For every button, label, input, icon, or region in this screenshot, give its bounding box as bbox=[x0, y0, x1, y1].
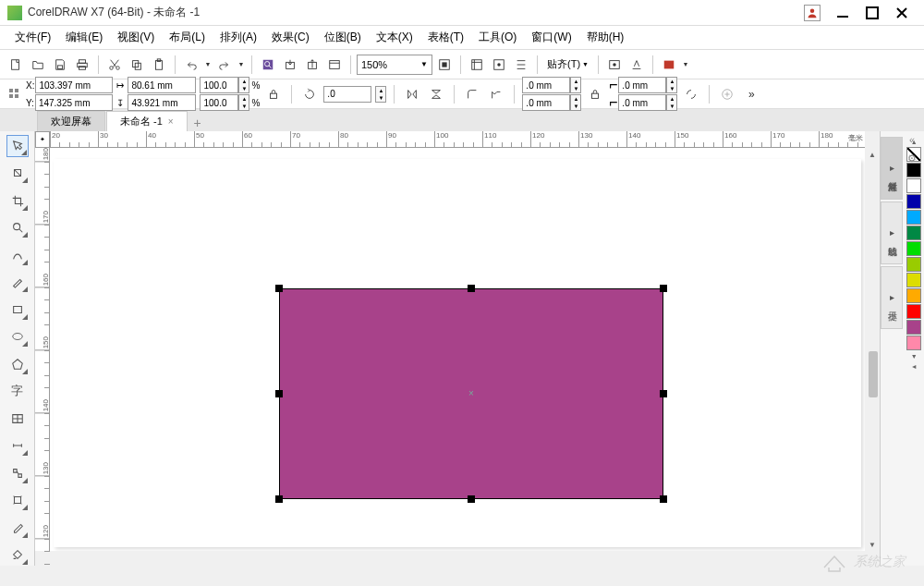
rectangle-tool[interactable] bbox=[6, 299, 29, 321]
corner-bl-input[interactable]: .0 mm bbox=[522, 94, 570, 111]
menu-O[interactable]: 工具(O) bbox=[471, 26, 524, 49]
canvas[interactable]: × bbox=[50, 148, 865, 551]
menu-W[interactable]: 窗口(W) bbox=[524, 26, 578, 49]
ellipse-tool[interactable] bbox=[6, 326, 29, 348]
show-guides-button[interactable] bbox=[511, 55, 531, 75]
color-swatch[interactable] bbox=[906, 288, 921, 303]
color-swatch[interactable] bbox=[906, 273, 921, 287]
menu-E[interactable]: 编辑(E) bbox=[58, 26, 110, 49]
user-icon[interactable] bbox=[804, 5, 821, 21]
palette-expand[interactable]: ◄ bbox=[906, 361, 921, 371]
color-swatch[interactable] bbox=[906, 257, 921, 272]
mirror-h-button[interactable] bbox=[402, 84, 422, 104]
corner-br-input[interactable]: .0 mm bbox=[618, 94, 666, 111]
panel-expand-button[interactable]: « bbox=[904, 131, 920, 148]
zoom-input[interactable]: 150%▼ bbox=[357, 55, 432, 75]
handle-bl[interactable] bbox=[275, 495, 283, 503]
import-button[interactable] bbox=[280, 55, 300, 75]
scale-y-spinner[interactable]: ▲▼ bbox=[238, 94, 249, 111]
new-button[interactable] bbox=[6, 55, 26, 75]
options-button[interactable] bbox=[604, 55, 625, 75]
color-swatch[interactable] bbox=[906, 226, 921, 240]
menu-F[interactable]: 文件(F) bbox=[7, 26, 58, 49]
handle-bm[interactable] bbox=[468, 495, 475, 503]
redo-dropdown[interactable]: ▼ bbox=[237, 55, 246, 75]
height-input[interactable]: 43.921 mm bbox=[128, 94, 196, 111]
add-tab-button[interactable]: + bbox=[188, 115, 207, 131]
vertical-ruler[interactable]: 180170160150140130120 bbox=[35, 148, 50, 551]
handle-tr[interactable] bbox=[660, 285, 667, 292]
print-button[interactable] bbox=[72, 55, 92, 75]
corner-br-spinner[interactable]: ▲▼ bbox=[666, 94, 677, 111]
app-launcher-dropdown[interactable]: ▼ bbox=[681, 55, 690, 75]
handle-ml[interactable] bbox=[275, 390, 283, 397]
shape-tool[interactable] bbox=[6, 163, 29, 185]
zoom-tool[interactable] bbox=[6, 217, 29, 239]
rotation-input[interactable]: .0 bbox=[323, 86, 371, 103]
fullscreen-button[interactable] bbox=[434, 55, 455, 75]
scale-x-spinner[interactable]: ▲▼ bbox=[238, 77, 249, 93]
palette-scroll-down[interactable]: ▼ bbox=[906, 351, 921, 360]
undo-button[interactable] bbox=[181, 55, 201, 75]
save-button[interactable] bbox=[50, 55, 70, 75]
polygon-tool[interactable] bbox=[6, 353, 29, 375]
handle-tl[interactable] bbox=[275, 285, 283, 292]
corner-round-button[interactable] bbox=[462, 84, 482, 104]
color-swatch[interactable] bbox=[906, 336, 921, 350]
relative-corner-button[interactable] bbox=[681, 84, 701, 104]
scale-x-input[interactable]: 100.0 bbox=[200, 77, 238, 93]
launch-button[interactable] bbox=[626, 55, 647, 75]
corner-bl-spinner[interactable]: ▲▼ bbox=[570, 94, 581, 111]
color-swatch[interactable] bbox=[906, 178, 921, 193]
close-tab-icon[interactable]: × bbox=[168, 116, 174, 127]
horizontal-ruler[interactable]: 毫米20304050607080901001101201301401501601… bbox=[50, 131, 865, 148]
corner-scallop-button[interactable] bbox=[486, 84, 506, 104]
color-swatch[interactable] bbox=[906, 304, 921, 319]
tab-document[interactable]: 未命名 -1× bbox=[106, 111, 188, 131]
y-position-input[interactable]: 147.325 mm bbox=[35, 94, 113, 111]
side-tab-0[interactable]: ▸对象属性 bbox=[881, 137, 903, 200]
color-swatch[interactable] bbox=[906, 320, 921, 335]
scroll-thumb[interactable] bbox=[869, 351, 878, 397]
color-swatch[interactable] bbox=[906, 241, 921, 256]
tab-welcome[interactable]: 欢迎屏幕 bbox=[37, 111, 105, 131]
cut-button[interactable] bbox=[104, 55, 125, 75]
minimize-button[interactable] bbox=[828, 0, 857, 26]
open-button[interactable] bbox=[28, 55, 48, 75]
rotation-spinner[interactable]: ▲▼ bbox=[375, 86, 386, 103]
corner-tl-input[interactable]: .0 mm bbox=[522, 77, 570, 93]
add-button[interactable] bbox=[717, 84, 737, 104]
text-tool[interactable]: 字 bbox=[6, 381, 29, 403]
width-input[interactable]: 80.61 mm bbox=[128, 77, 196, 93]
copy-button[interactable] bbox=[127, 55, 147, 75]
maximize-button[interactable] bbox=[857, 0, 887, 26]
corner-lock-button[interactable] bbox=[585, 84, 605, 104]
menu-B[interactable]: 位图(B) bbox=[317, 26, 369, 49]
x-position-input[interactable]: 103.397 mm bbox=[35, 77, 113, 93]
table-tool[interactable] bbox=[6, 408, 29, 430]
menu-A[interactable]: 排列(A) bbox=[213, 26, 264, 49]
more-button[interactable]: » bbox=[741, 84, 761, 104]
corner-tr-spinner[interactable]: ▲▼ bbox=[666, 77, 677, 93]
menu-L[interactable]: 布局(L) bbox=[162, 26, 213, 49]
app-launcher-button[interactable] bbox=[659, 55, 679, 75]
color-swatch[interactable] bbox=[906, 194, 921, 209]
side-tab-1[interactable]: ▸辅助线 bbox=[881, 201, 903, 264]
eyedropper-tool[interactable] bbox=[6, 517, 29, 539]
menu-T[interactable]: 表格(T) bbox=[420, 26, 471, 49]
paste-button[interactable] bbox=[149, 55, 169, 75]
publish-button[interactable] bbox=[324, 55, 345, 75]
color-swatch[interactable] bbox=[906, 210, 921, 225]
fill-tool[interactable] bbox=[6, 544, 29, 567]
effects-tool[interactable] bbox=[6, 490, 29, 512]
side-tab-2[interactable]: ▸提示 bbox=[881, 266, 903, 329]
connector-tool[interactable] bbox=[6, 462, 29, 484]
handle-br[interactable] bbox=[660, 495, 667, 503]
ruler-origin[interactable]: ✦ bbox=[35, 131, 50, 148]
lock-ratio-button[interactable] bbox=[263, 84, 284, 104]
export-button[interactable] bbox=[302, 55, 322, 75]
mirror-v-button[interactable] bbox=[426, 84, 446, 104]
corner-tr-input[interactable]: .0 mm bbox=[618, 77, 666, 93]
menu-X[interactable]: 文本(X) bbox=[369, 26, 420, 49]
scroll-up-button[interactable]: ▲ bbox=[865, 148, 880, 161]
